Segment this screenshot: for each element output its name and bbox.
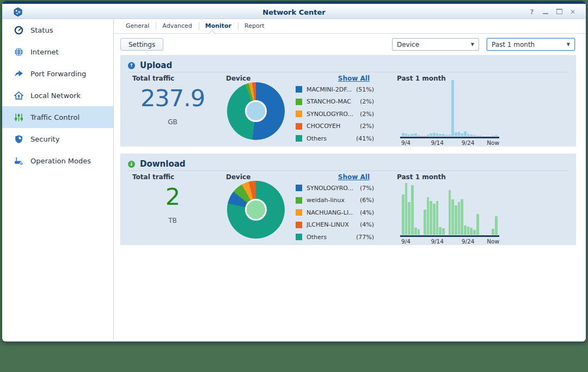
gauge-icon [14,26,23,35]
device-column-label: Device [226,75,250,82]
legend-swatch [296,222,302,228]
chevron-down-icon: ▼ [567,42,570,47]
traffic-bar [439,134,442,136]
traffic-bar [418,135,420,136]
sidebar-item-port-forwarding[interactable]: Port Forwarding [2,63,113,84]
legend-swatch [296,123,302,130]
upload-section-header: ↑ Upload [128,59,568,72]
upload-total-value: 237.9 [124,84,222,112]
legend-swatch [296,209,302,216]
traffic-bar [473,230,476,235]
period-filter-dropdown[interactable]: Past 1 month ▼ [487,38,575,51]
sidebar-item-label: Local Network [30,92,81,100]
download-chart-x-labels: 9/4 9/14 9/24 Now [400,238,499,245]
period-filter-value: Past 1 month [492,41,535,48]
traffic-bar [467,227,470,235]
traffic-bar [414,133,417,136]
tab-general[interactable]: General [119,19,156,33]
device-filter-dropdown[interactable]: Device ▼ [392,38,479,51]
sidebar-item-traffic-control[interactable]: Traffic Control [2,106,113,128]
upload-chart-axis [400,137,499,138]
legend-swatch [296,185,302,191]
traffic-bar [442,228,445,235]
window-controls: ? ✕ [529,8,576,16]
sidebar-item-security[interactable]: Security [2,128,113,150]
titlebar: Network Center ? ✕ [2,1,586,19]
settings-button[interactable]: Settings [120,38,163,51]
traffic-bar [449,190,451,235]
upload-total-unit: GB [124,118,222,126]
traffic-bar [480,136,482,136]
minimize-button[interactable] [542,8,549,16]
traffic-bar [458,202,461,235]
home-network-icon [14,91,23,100]
legend-percentage: (41%) [353,135,374,142]
upload-section: ↑ Upload Total traffic Device Show All P… [120,55,576,147]
tab-report[interactable]: Report [238,19,271,33]
tab-monitor[interactable]: Monitor [199,19,238,33]
traffic-bar [464,131,467,136]
traffic-bar [451,80,454,136]
traffic-bar [495,135,498,136]
traffic-bar [445,135,448,136]
donut-hole [245,199,267,221]
download-chart-axis [400,235,499,237]
show-all-link[interactable]: Show All [296,75,370,82]
upload-device-legend: MACMINI-2DF...(51%)STANCHO-MAC(2%)SYNOLO… [296,83,374,145]
legend-item: CHOCOYEH(2%) [296,120,374,133]
sidebar-item-local-network[interactable]: Local Network [2,84,113,106]
traffic-bar [492,229,494,235]
traffic-bar [408,202,411,235]
x-tick-label: 9/4 [401,238,411,245]
traffic-bar [424,136,426,136]
legend-item: weidah-linux(6%) [296,194,374,207]
legend-swatch [296,234,302,240]
network-center-window: Network Center ? ✕ Status [2,1,586,342]
legend-device-name: weidah-linux [307,197,353,204]
legend-device-name: NACHUANG-LI... [307,209,353,216]
traffic-bar [470,228,473,235]
help-button[interactable]: ? [529,8,535,16]
download-device-legend: SYNOLOGYRO...(7%)weidah-linux(6%)NACHUAN… [296,182,374,243]
legend-device-name: CHOCOYEH [307,123,353,130]
device-column-label: Device [226,173,250,181]
traffic-bar [455,205,457,235]
shield-icon [14,135,23,144]
download-circle-icon: ↓ [128,161,135,168]
close-button[interactable]: ✕ [569,8,576,16]
traffic-bar [449,135,451,136]
section-title: Download [140,159,186,169]
traffic-bar [405,183,408,235]
maximize-button[interactable] [556,8,562,16]
legend-percentage: (7%) [353,185,374,192]
x-tick-label: Now [487,238,499,245]
legend-item: SYNOLOGYRO...(7%) [296,182,374,194]
device-filter-value: Device [397,41,419,48]
traffic-bar [442,134,445,136]
content-area: General Advanced Monitor Report Settings… [114,19,586,339]
legend-item: JLCHEN-LINUX(4%) [296,219,374,231]
sidebar-item-internet[interactable]: Internet [2,41,113,63]
tab-advanced[interactable]: Advanced [156,19,198,33]
legend-swatch [296,197,302,204]
sidebar: Status Internet Port Forwarding [2,19,114,339]
legend-item: Others(77%) [296,231,374,243]
traffic-bar [411,134,414,136]
globe-icon [14,47,23,57]
sidebar-item-label: Port Forwarding [30,70,86,78]
sidebar-item-status[interactable]: Status [2,19,113,41]
legend-percentage: (77%) [353,234,374,241]
donut-hole [245,100,267,122]
traffic-bar [433,204,436,235]
total-traffic-label: Total traffic [132,173,174,181]
x-tick-label: 9/14 [431,238,444,245]
sidebar-item-operation-modes[interactable]: Operation Modes [2,150,113,172]
show-all-link[interactable]: Show All [296,173,370,181]
x-tick-label: 9/4 [401,139,411,146]
traffic-bar [492,136,494,136]
traffic-bar [436,201,439,235]
traffic-bar [473,135,476,136]
x-tick-label: 9/24 [462,238,475,245]
traffic-bar [476,136,479,136]
legend-device-name: Others [307,135,353,142]
